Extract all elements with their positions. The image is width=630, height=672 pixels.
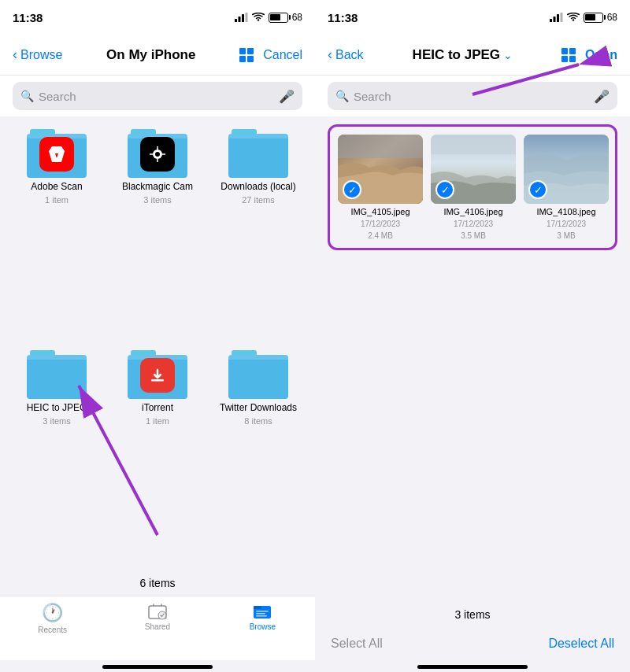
svg-rect-6 bbox=[151, 379, 164, 382]
svg-rect-16 bbox=[550, 19, 552, 22]
search-input-left[interactable]: 🔍 Search 🎤 bbox=[13, 82, 302, 110]
file-name-img4108: IMG_4108.jpeg bbox=[536, 207, 595, 216]
home-indicator-left bbox=[102, 665, 213, 669]
folder-twitter-downloads[interactable]: Twitter Downloads 8 items bbox=[214, 350, 302, 559]
status-time-left: 11:38 bbox=[13, 11, 43, 24]
heic-folder-name: HEIC to JPEG bbox=[27, 402, 87, 413]
item-count-left: 6 items bbox=[0, 570, 315, 596]
heic-folder-count: 3 items bbox=[43, 416, 70, 426]
itorrent-folder-icon bbox=[128, 350, 187, 399]
svg-rect-12 bbox=[256, 613, 265, 615]
file-size-img4106: 3.5 MB bbox=[461, 231, 486, 240]
tab-browse[interactable]: Browse bbox=[210, 603, 315, 631]
twitter-folder-icon bbox=[228, 350, 288, 399]
battery-level-left: 68 bbox=[292, 12, 302, 23]
battery-icon bbox=[269, 13, 288, 23]
search-input-right[interactable]: 🔍 Search 🎤 bbox=[328, 82, 617, 110]
tab-recents[interactable]: 🕐 Recents bbox=[0, 603, 105, 634]
mic-icon-left[interactable]: 🎤 bbox=[279, 89, 295, 104]
adobe-scan-folder-name: Adobe Scan bbox=[31, 181, 82, 192]
back-label-left[interactable]: Browse bbox=[20, 48, 62, 62]
folder-adobe-scan[interactable]: Adobe Scan 1 item bbox=[13, 129, 101, 338]
back-label-right[interactable]: Back bbox=[335, 48, 364, 62]
file-check-img4106: ✓ bbox=[435, 180, 454, 199]
open-button[interactable]: Open bbox=[585, 48, 617, 62]
selection-bar: Select All Deselect All bbox=[315, 627, 630, 660]
nav-back-right[interactable]: ‹ Back bbox=[328, 46, 364, 63]
file-name-img4105: IMG_4105.jpeg bbox=[350, 207, 410, 216]
downloads-folder-count: 27 items bbox=[242, 195, 275, 205]
tab-browse-label: Browse bbox=[250, 622, 276, 631]
svg-rect-19 bbox=[560, 13, 562, 22]
blackmagic-folder-count: 3 items bbox=[143, 195, 171, 205]
itorrent-folder-name: iTorrent bbox=[142, 402, 173, 413]
folder-itorrent[interactable]: iTorrent 1 item bbox=[113, 350, 202, 559]
adobe-app-icon bbox=[39, 137, 74, 172]
file-check-img4105: ✓ bbox=[343, 180, 361, 199]
home-indicator-right bbox=[417, 665, 528, 669]
grid-view-icon[interactable] bbox=[239, 48, 254, 62]
shared-icon bbox=[147, 603, 168, 620]
search-placeholder-left: Search bbox=[39, 90, 274, 103]
select-all-button[interactable]: Select All bbox=[331, 637, 383, 651]
file-thumbnail-img4105: ✓ bbox=[338, 135, 423, 204]
nav-back-left[interactable]: ‹ Browse bbox=[13, 46, 62, 63]
browse-icon bbox=[252, 603, 272, 620]
grid-view-icon-right[interactable] bbox=[561, 48, 576, 62]
search-icon-right: 🔍 bbox=[335, 90, 349, 102]
file-check-img4108: ✓ bbox=[528, 180, 547, 199]
tab-bar-left: 🕐 Recents Shared Browse bbox=[0, 596, 315, 660]
wifi-icon bbox=[252, 13, 265, 22]
tab-shared[interactable]: Shared bbox=[105, 603, 209, 631]
nav-right-right: Open bbox=[561, 48, 617, 62]
file-date-img4106: 17/12/2023 bbox=[454, 220, 493, 228]
svg-rect-2 bbox=[242, 14, 244, 22]
search-icon-left: 🔍 bbox=[20, 90, 34, 102]
file-thumbnail-img4106: ✓ bbox=[431, 135, 516, 204]
file-item-img4105[interactable]: ✓ IMG_4105.jpeg 17/12/2023 2.4 MB bbox=[338, 135, 423, 240]
folder-blackmagic-cam[interactable]: Blackmagic Cam 3 items bbox=[113, 129, 202, 338]
svg-rect-18 bbox=[557, 14, 559, 22]
file-name-img4106: IMG_4106.jpeg bbox=[443, 207, 502, 216]
file-date-img4105: 17/12/2023 bbox=[361, 220, 400, 228]
cancel-button[interactable]: Cancel bbox=[263, 48, 302, 62]
file-item-img4106[interactable]: ✓ IMG_4106.jpeg 17/12/2023 3.5 MB bbox=[431, 135, 516, 240]
chevron-down-icon[interactable]: ⌄ bbox=[503, 49, 513, 61]
blackmagic-app-icon bbox=[140, 137, 175, 172]
svg-rect-3 bbox=[245, 13, 247, 22]
item-count-right: 3 items bbox=[315, 602, 630, 627]
nav-right-left: Cancel bbox=[239, 48, 302, 62]
signal-icon bbox=[235, 13, 248, 22]
recents-icon: 🕐 bbox=[42, 603, 63, 623]
folder-heic-jpeg[interactable]: HEIC to JPEG 3 items bbox=[13, 350, 101, 559]
status-time-right: 11:38 bbox=[328, 11, 358, 24]
downloads-folder-icon bbox=[228, 129, 288, 178]
twitter-folder-count: 8 items bbox=[244, 416, 272, 426]
search-placeholder-right: Search bbox=[354, 90, 589, 103]
nav-title-right: HEIC to JPEG bbox=[413, 47, 500, 63]
twitter-folder-name: Twitter Downloads bbox=[220, 402, 297, 413]
svg-rect-21 bbox=[338, 135, 423, 158]
itorrent-folder-count: 1 item bbox=[146, 416, 169, 426]
deselect-all-button[interactable]: Deselect All bbox=[548, 637, 614, 651]
mic-icon-right[interactable]: 🎤 bbox=[594, 89, 610, 104]
file-item-img4108[interactable]: ✓ IMG_4108.jpeg 17/12/2023 3 MB bbox=[524, 135, 609, 240]
blackmagic-folder-name: Blackmagic Cam bbox=[122, 181, 193, 192]
nav-title-wrap-right: HEIC to JPEG ⌄ bbox=[413, 47, 513, 63]
status-bar-left: 11:38 68 bbox=[0, 0, 315, 35]
file-thumbnail-img4108: ✓ bbox=[524, 135, 609, 204]
tab-shared-label: Shared bbox=[145, 622, 170, 631]
svg-rect-11 bbox=[256, 611, 269, 612]
content-spacer-right bbox=[315, 258, 630, 602]
signal-icon-right bbox=[550, 13, 563, 22]
svg-rect-1 bbox=[238, 17, 240, 22]
chevron-left-icon: ‹ bbox=[13, 46, 17, 63]
status-icons-left: 68 bbox=[235, 12, 302, 23]
heic-folder-icon bbox=[27, 350, 87, 399]
search-bar-right: 🔍 Search 🎤 bbox=[315, 76, 630, 116]
status-bar-right: 11:38 68 bbox=[315, 0, 630, 35]
itorrent-app-icon bbox=[140, 358, 175, 393]
folder-downloads[interactable]: Downloads (local) 27 items bbox=[214, 129, 302, 338]
nav-bar-right: ‹ Back HEIC to JPEG ⌄ Open bbox=[315, 35, 630, 76]
svg-rect-23 bbox=[431, 135, 516, 154]
